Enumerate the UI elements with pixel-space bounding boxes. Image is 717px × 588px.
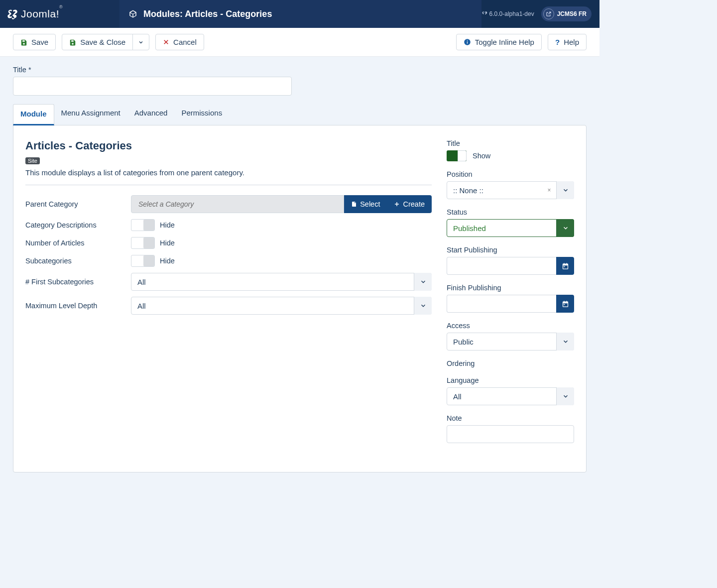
toggle-category-descriptions[interactable]	[131, 219, 155, 231]
label-first-subcategories: # First Subcategories	[25, 278, 125, 286]
chevron-down-icon	[414, 273, 432, 291]
file-icon	[351, 201, 357, 208]
floppy-icon	[20, 39, 27, 46]
title-field-row: Title *	[0, 57, 599, 104]
top-header: Joomla!® Modules: Articles - Categories …	[0, 0, 599, 28]
save-close-group: Save & Close	[62, 34, 149, 50]
joomla-logo-icon	[7, 8, 18, 19]
tab-bar: Module Menu Assignment Advanced Permissi…	[13, 104, 587, 125]
chevron-down-icon	[138, 39, 144, 45]
calendar-icon	[562, 262, 569, 270]
select-first-subcategories[interactable]: All	[131, 273, 432, 291]
parent-category-input[interactable]: Select a Category	[131, 195, 344, 213]
save-dropdown-button[interactable]	[132, 34, 149, 50]
calendar-button-start[interactable]	[556, 257, 574, 275]
chevron-down-icon	[556, 333, 574, 351]
row-first-subcategories: # First Subcategories All	[25, 273, 432, 291]
row-category-descriptions: Category Descriptions Hide	[25, 219, 432, 231]
label-subcategories: Subcategories	[25, 257, 125, 265]
brand-area[interactable]: Joomla!®	[0, 0, 120, 28]
question-icon: ?	[555, 38, 560, 46]
save-button[interactable]: Save	[13, 34, 56, 50]
toggle-state: Hide	[160, 257, 175, 265]
chevron-down-icon	[556, 219, 574, 237]
label-parent-category: Parent Category	[25, 200, 125, 208]
row-number-articles: Number of Articles Hide	[25, 237, 432, 249]
help-button[interactable]: ? Help	[548, 34, 587, 50]
user-menu[interactable]: JCMS6 FR	[541, 6, 592, 21]
side-start-publishing: Start Publishing	[447, 246, 574, 275]
row-parent-category: Parent Category Select a Category Select…	[25, 195, 432, 213]
main-column: Articles - Categories Site This module d…	[25, 139, 432, 452]
header-right: 6.0.0-alpha1-dev JCMS6 FR	[481, 6, 599, 21]
tab-advanced[interactable]: Advanced	[127, 104, 175, 125]
side-position: Position :: None :: ×	[447, 170, 574, 199]
label-number-articles: Number of Articles	[25, 239, 125, 247]
toggle-state: Hide	[160, 221, 175, 229]
divider	[25, 185, 432, 185]
chevron-down-icon	[556, 181, 574, 199]
label-status: Status	[447, 208, 574, 216]
input-note[interactable]	[447, 425, 574, 443]
calendar-button-finish[interactable]	[556, 295, 574, 313]
create-category-button[interactable]: Create	[387, 195, 432, 213]
toggle-inline-help-button[interactable]: Toggle Inline Help	[456, 34, 542, 50]
label-ordering: Ordering	[447, 359, 574, 367]
toolbar: Save Save & Close Cancel Toggle Inline H…	[0, 28, 599, 57]
side-title: Title Show	[447, 139, 574, 161]
input-start-publishing[interactable]	[447, 257, 556, 275]
tab-module[interactable]: Module	[13, 104, 54, 125]
toggle-title[interactable]	[447, 150, 467, 161]
version-label[interactable]: 6.0.0-alpha1-dev	[481, 10, 534, 17]
select-language[interactable]: All	[447, 387, 574, 405]
module-description: This module displays a list of categorie…	[25, 168, 432, 177]
site-badge: Site	[25, 157, 40, 164]
cancel-button[interactable]: Cancel	[155, 34, 204, 50]
module-card: Articles - Categories Site This module d…	[13, 125, 587, 472]
side-access: Access Public	[447, 322, 574, 351]
input-finish-publishing[interactable]	[447, 295, 556, 313]
side-ordering: Ordering	[447, 359, 574, 367]
tab-menu-assignment[interactable]: Menu Assignment	[54, 104, 127, 125]
external-link-icon	[543, 8, 554, 19]
select-position[interactable]: :: None :: ×	[447, 181, 574, 199]
label-access: Access	[447, 322, 574, 330]
label-finish-publishing: Finish Publishing	[447, 284, 574, 292]
label-note: Note	[447, 414, 574, 422]
page-title: Modules: Articles - Categories	[143, 9, 272, 19]
select-max-depth[interactable]: All	[131, 297, 432, 315]
label-start-publishing: Start Publishing	[447, 246, 574, 254]
cube-icon	[128, 9, 137, 18]
close-icon	[163, 39, 169, 45]
side-status: Status Published	[447, 208, 574, 237]
calendar-icon	[562, 300, 569, 308]
label-category-descriptions: Category Descriptions	[25, 221, 125, 229]
brand-text: Joomla!®	[21, 8, 63, 20]
chevron-down-icon	[556, 387, 574, 405]
label-max-depth: Maximum Level Depth	[25, 302, 125, 310]
module-heading: Articles - Categories	[25, 139, 432, 152]
toggle-title-state: Show	[473, 152, 490, 160]
side-column: Title Show Position :: None :: × Status …	[447, 139, 574, 452]
toggle-subcategories[interactable]	[131, 255, 155, 267]
joomla-mini-icon	[481, 11, 487, 17]
clear-position-icon[interactable]: ×	[544, 181, 554, 199]
title-label: Title *	[13, 66, 587, 74]
toggle-number-articles[interactable]	[131, 237, 155, 249]
toggle-state: Hide	[160, 239, 175, 247]
row-subcategories: Subcategories Hide	[25, 255, 432, 267]
title-input[interactable]	[13, 77, 292, 96]
side-language: Language All	[447, 376, 574, 405]
label-position: Position	[447, 170, 574, 178]
save-close-button[interactable]: Save & Close	[62, 34, 133, 50]
plus-icon	[394, 201, 400, 207]
side-note: Note	[447, 414, 574, 443]
label-language: Language	[447, 376, 574, 384]
tab-permissions[interactable]: Permissions	[174, 104, 229, 125]
chevron-down-icon	[414, 297, 432, 315]
row-max-depth: Maximum Level Depth All	[25, 297, 432, 315]
select-status[interactable]: Published	[447, 219, 574, 237]
select-category-button[interactable]: Select	[344, 195, 387, 213]
select-access[interactable]: Public	[447, 333, 574, 351]
label-title-toggle: Title	[447, 139, 574, 147]
